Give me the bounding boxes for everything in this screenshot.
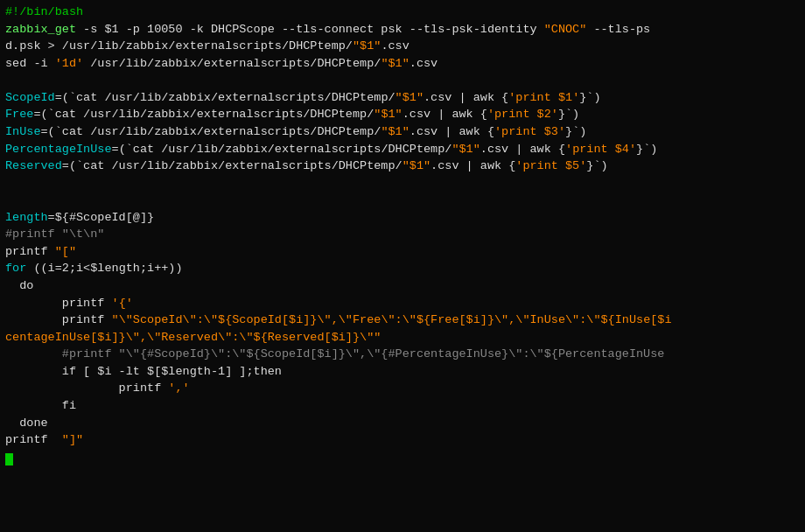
line-for: for ((i=2;i<$length;i++)) <box>5 260 800 277</box>
line-if: if [ $i -lt $[$length-1] ];then <box>5 363 800 381</box>
line-blank-2 <box>5 175 800 192</box>
terminal-cursor <box>5 453 13 466</box>
line-inuse: InUse=(`cat /usr/lib/zabbix/externalscri… <box>5 123 800 141</box>
line-printf-end: printf "]" <box>5 431 800 449</box>
line-scopeid: ScopeId=(`cat /usr/lib/zabbix/externalsc… <box>5 89 800 107</box>
line-printf-comma: printf ',' <box>5 380 800 397</box>
line-cursor <box>5 449 800 466</box>
line-reserved: Reserved=(`cat /usr/lib/zabbix/externals… <box>5 158 800 175</box>
line-printf-bracket: printf "[" <box>5 243 800 261</box>
line-free: Free=(`cat /usr/lib/zabbix/externalscrip… <box>5 106 800 123</box>
line-blank-3 <box>5 192 800 209</box>
line-blank-1 <box>5 72 800 89</box>
line-printf-commented2: #printf "\"{#ScopeId}\":\"${ScopeId[$i]}… <box>5 346 800 363</box>
line-printf-brace: printf '{' <box>5 295 800 312</box>
line-length: length=${#ScopeId[@]} <box>5 209 800 227</box>
terminal: #!/bin/bash zabbix_get -s $1 -p 10050 -k… <box>0 0 805 532</box>
line-printf-json: printf "\"ScopeId\":\"${ScopeId[$i]}\",\… <box>5 312 800 329</box>
line-shebang: #!/bin/bash <box>5 4 800 21</box>
line-printf-commented: #printf "\t\n" <box>5 226 800 243</box>
line-fi: fi <box>5 397 800 415</box>
line-centage: centageInUse[$i]}\",\"Reserved\":\"${Res… <box>5 329 800 346</box>
line-done: done <box>5 415 800 432</box>
line-zabbix-get: zabbix_get -s $1 -p 10050 -k DHCPScope -… <box>5 21 800 38</box>
line-percentage: PercentageInUse=(`cat /usr/lib/zabbix/ex… <box>5 141 800 158</box>
line-dpsk: d.psk > /usr/lib/zabbix/externalscripts/… <box>5 38 800 55</box>
line-do: do <box>5 277 800 295</box>
line-sed: sed -i '1d' /usr/lib/zabbix/externalscri… <box>5 55 800 73</box>
